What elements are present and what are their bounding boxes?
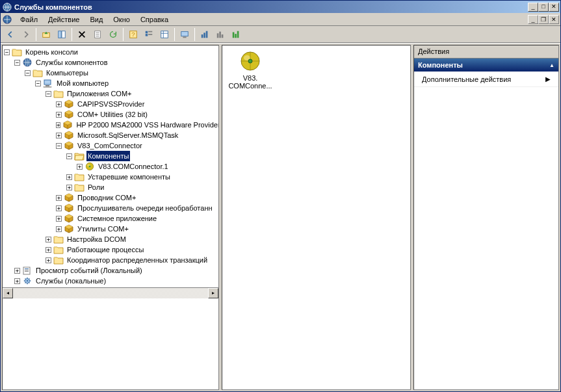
toolbar-btn-1[interactable]: ? — [126, 27, 140, 42]
tree-item-icon — [33, 68, 43, 78]
scroll-right-button[interactable]: ▸ — [208, 288, 218, 298]
content-pane[interactable]: V83. COMConne... — [222, 45, 411, 390]
tree-row-system-app[interactable]: +Системное приложение — [4, 213, 217, 224]
tree-row-legacy-components[interactable]: +Устаревшие компоненты — [4, 172, 217, 182]
tree-row-running-processes[interactable]: +Работающие процессы — [4, 244, 217, 255]
tree-row-computers[interactable]: −Компьютеры — [4, 68, 217, 78]
tree-row-component-services[interactable]: −Службы компонентов — [4, 57, 217, 68]
expand-icon[interactable]: + — [46, 257, 51, 263]
tree-row-queue-listener[interactable]: +Прослушиватель очереди необработанн — [4, 203, 217, 213]
tree-row-roles[interactable]: +Роли — [4, 182, 217, 192]
expand-icon[interactable]: + — [56, 216, 62, 222]
submenu-arrow-icon: ▶ — [545, 75, 551, 83]
expand-icon[interactable]: + — [56, 112, 62, 118]
tree-h-scrollbar[interactable]: ◂ ▸ — [3, 287, 218, 298]
expand-icon[interactable]: + — [14, 278, 20, 284]
collapse-icon[interactable]: − — [46, 91, 51, 97]
tree-row-root[interactable]: −Корень консоли — [4, 47, 217, 57]
tree-row-com-utilities[interactable]: +Утилиты COM+ — [4, 224, 217, 234]
svg-rect-26 — [46, 85, 49, 86]
collapse-icon[interactable]: − — [4, 49, 10, 55]
expand-icon[interactable]: + — [14, 268, 20, 274]
expand-icon[interactable]: + — [56, 226, 62, 232]
collapse-icon[interactable]: − — [35, 81, 41, 86]
tree-row-components[interactable]: −Компоненты — [4, 151, 217, 161]
collapse-icon[interactable]: − — [56, 143, 62, 149]
mdi-restore-button[interactable]: ❐ — [538, 15, 549, 24]
expand-icon[interactable]: + — [56, 122, 60, 128]
tree-pane[interactable]: −Корень консоли−Службы компонентов−Компь… — [2, 45, 219, 390]
menu-help[interactable]: Справка — [135, 14, 174, 25]
expand-icon[interactable]: + — [77, 164, 83, 170]
back-button[interactable] — [3, 27, 18, 42]
tree-item-label: V83_ComConnector — [76, 140, 144, 151]
tree-row-services-local[interactable]: +Службы (локальные) — [4, 276, 217, 286]
tree-row-app-mssql[interactable]: +Microsoft.SqlServer.MSMQTask — [4, 130, 217, 140]
expand-icon[interactable]: + — [66, 174, 72, 180]
scroll-track[interactable] — [13, 288, 208, 298]
expand-icon[interactable]: + — [46, 237, 51, 242]
tree-item-icon — [74, 182, 85, 192]
tree-item-icon — [64, 109, 74, 120]
collapse-icon[interactable]: − — [14, 60, 20, 66]
chart-btn-1[interactable] — [198, 27, 212, 42]
expand-icon[interactable]: + — [46, 247, 51, 253]
tree-item-label: Работающие процессы — [66, 244, 145, 255]
collapse-icon[interactable]: − — [66, 153, 72, 159]
forward-button[interactable] — [19, 27, 33, 42]
tree-row-com-applications[interactable]: −Приложения COM+ — [4, 88, 217, 99]
tree-row-event-viewer[interactable]: +Просмотр событий (Локальный) — [4, 265, 217, 276]
mdi-minimize-button[interactable]: _ — [528, 15, 538, 24]
actions-section-header[interactable]: Компоненты ▲ — [414, 59, 558, 72]
refresh-button[interactable] — [106, 27, 120, 42]
menu-window[interactable]: Окно — [108, 14, 135, 25]
delete-button[interactable] — [75, 27, 89, 42]
more-actions-label: Дополнительные действия — [422, 75, 511, 83]
svg-rect-11 — [148, 34, 152, 35]
expand-icon[interactable]: + — [56, 205, 62, 211]
svg-rect-4 — [62, 31, 65, 38]
chart-btn-2[interactable] — [213, 27, 228, 42]
tree-row-dcom-config[interactable]: +Настройка DCOM — [4, 234, 217, 244]
tree-row-v83-comconnector-1[interactable]: +V83.COMConnector.1 — [4, 161, 217, 172]
toolbar-btn-3[interactable] — [157, 27, 172, 42]
menu-file[interactable]: Файл — [15, 14, 43, 25]
mdi-close-button[interactable]: ✕ — [549, 15, 559, 24]
scroll-left-button[interactable]: ◂ — [3, 288, 13, 298]
chart-btn-3[interactable] — [229, 27, 243, 42]
component-item[interactable]: V83. COMConne... — [228, 51, 273, 90]
up-folder-button[interactable] — [39, 27, 53, 42]
maximize-button[interactable]: □ — [538, 3, 549, 12]
svg-rect-25 — [44, 80, 51, 85]
expand-icon[interactable]: + — [56, 195, 62, 201]
tree-row-my-computer[interactable]: −Мой компьютер — [4, 78, 217, 88]
computer-icon-button[interactable] — [177, 27, 192, 42]
svg-text:?: ? — [131, 30, 135, 37]
tree-row-app-comutil32[interactable]: +COM+ Utilities (32 bit) — [4, 109, 217, 120]
tree-row-com-explorer[interactable]: +Проводник COM+ — [4, 192, 217, 203]
tree-item-icon — [53, 88, 64, 99]
tree-row-app-v83[interactable]: −V83_ComConnector — [4, 140, 217, 151]
more-actions-row[interactable]: Дополнительные действия ▶ — [414, 72, 558, 87]
menu-action[interactable]: Действие — [43, 14, 85, 25]
tree-item-icon — [64, 130, 74, 140]
tree-row-app-hp[interactable]: +HP P2000 MSA2000 VSS Hardware Provider — [4, 120, 217, 130]
collapse-icon[interactable]: − — [25, 70, 31, 76]
tree-item-icon — [12, 47, 22, 57]
expand-icon[interactable]: + — [56, 133, 62, 138]
show-tree-button[interactable] — [55, 27, 69, 42]
tree-row-app-capi[interactable]: +CAPIPSVSSProvider — [4, 99, 217, 109]
menu-view[interactable]: Вид — [85, 14, 108, 25]
close-button[interactable]: ✕ — [549, 3, 559, 12]
expand-icon[interactable]: + — [66, 185, 72, 190]
properties-button[interactable] — [90, 27, 105, 42]
tree-item-icon — [64, 99, 74, 109]
tree-row-dtc[interactable]: +Координатор распределенных транзакций — [4, 255, 217, 265]
window-title: Службы компонентов — [14, 3, 528, 11]
svg-rect-10 — [148, 31, 152, 32]
menubar: Файл Действие Вид Окно Справка _ ❐ ✕ — [1, 13, 560, 26]
toolbar-btn-2[interactable] — [142, 27, 156, 42]
tree-item-icon — [22, 265, 33, 276]
expand-icon[interactable]: + — [56, 101, 62, 107]
minimize-button[interactable]: _ — [528, 3, 538, 12]
